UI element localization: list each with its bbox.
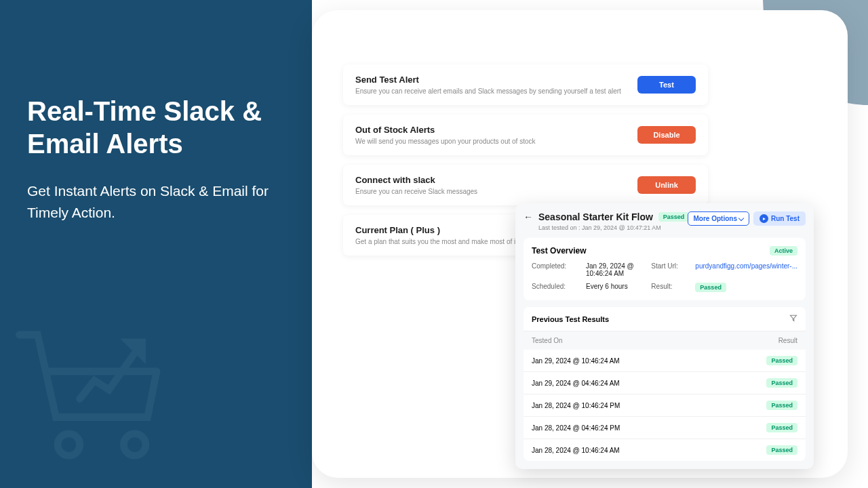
result-badge: Passed (695, 283, 726, 292)
unlink-button[interactable]: Unlink (637, 176, 696, 194)
filter-icon[interactable] (789, 314, 797, 324)
active-badge: Active (770, 246, 797, 256)
card-desc: We will send you messages upon your prod… (355, 138, 637, 145)
col-result: Result (778, 337, 797, 344)
hero-title: Real-Time Slack & Email Alerts (27, 95, 285, 160)
alert-card-slack: Connect with slack Ensure you can receiv… (343, 165, 708, 205)
result-badge: Passed (766, 378, 797, 388)
results-title: Previous Test Results (532, 315, 609, 323)
hero-panel: Real-Time Slack & Email Alerts Get Insta… (0, 0, 312, 488)
run-test-button[interactable]: Run Test (753, 211, 806, 226)
chevron-down-icon (738, 215, 744, 220)
table-row[interactable]: Jan 29, 2024 @ 04:46:24 AM Passed (524, 372, 806, 394)
start-url-label: Start Url: (651, 262, 688, 277)
table-row[interactable]: Jan 28, 2024 @ 10:46:24 AM Passed (524, 439, 806, 461)
card-title: Connect with slack (355, 175, 637, 185)
flow-detail-panel: ← Seasonal Starter Kit Flow Passed Last … (515, 203, 814, 469)
table-row[interactable]: Jan 28, 2024 @ 10:46:24 PM Passed (524, 394, 806, 417)
card-title: Send Test Alert (355, 75, 637, 85)
disable-button[interactable]: Disable (637, 126, 696, 144)
card-desc: Ensure you can receive Slack messages (355, 188, 637, 195)
hero-subtitle: Get Instant Alerts on Slack & Email for … (27, 180, 285, 223)
play-icon (760, 214, 768, 223)
result-badge: Passed (766, 401, 797, 410)
flow-title: Seasonal Starter Kit Flow (538, 211, 653, 222)
test-button[interactable]: Test (637, 76, 696, 94)
card-desc: Ensure you can receive alert emails and … (355, 87, 637, 95)
cart-chart-icon (10, 298, 193, 481)
col-tested-on: Tested On (532, 337, 563, 344)
table-row[interactable]: Jan 29, 2024 @ 10:46:24 AM Passed (524, 350, 806, 372)
result-badge: Passed (766, 356, 797, 365)
test-overview-card: Test Overview Active Completed: Jan 29, … (524, 238, 806, 300)
result-badge: Passed (766, 445, 797, 455)
svg-point-1 (123, 434, 145, 455)
result-badge: Passed (766, 423, 797, 432)
table-row[interactable]: Jan 28, 2024 @ 04:46:24 PM Passed (524, 417, 806, 439)
tested-on-value: Jan 28, 2024 @ 10:46:24 AM (532, 447, 620, 454)
completed-value: Jan 29, 2024 @ 10:46:24 AM (586, 262, 644, 277)
tested-on-value: Jan 28, 2024 @ 10:46:24 PM (532, 402, 620, 409)
more-options-label: More Options (694, 215, 737, 222)
scheduled-value: Every 6 hours (586, 283, 644, 292)
card-title: Out of Stock Alerts (355, 125, 637, 135)
tested-on-value: Jan 28, 2024 @ 04:46:24 PM (532, 424, 620, 432)
tested-on-value: Jan 29, 2024 @ 04:46:24 AM (532, 380, 620, 387)
overview-title: Test Overview (532, 246, 586, 256)
back-arrow-icon[interactable]: ← (524, 211, 533, 222)
alert-card-stock: Out of Stock Alerts We will send you mes… (343, 115, 708, 155)
alert-card-test: Send Test Alert Ensure you can receive a… (343, 64, 708, 105)
run-test-label: Run Test (771, 215, 800, 222)
previous-results-section: Previous Test Results Tested On Result J… (524, 307, 806, 461)
scheduled-label: Scheduled: (532, 283, 579, 292)
completed-label: Completed: (532, 262, 579, 277)
svg-point-0 (58, 434, 79, 455)
tested-on-value: Jan 29, 2024 @ 10:46:24 AM (532, 357, 620, 365)
result-label: Result: (651, 283, 688, 292)
status-badge: Passed (658, 212, 690, 222)
more-options-button[interactable]: More Options (688, 211, 749, 226)
start-url-link[interactable]: purdyandfigg.com/pages/winter-... (695, 262, 797, 277)
table-header: Tested On Result (524, 331, 806, 350)
